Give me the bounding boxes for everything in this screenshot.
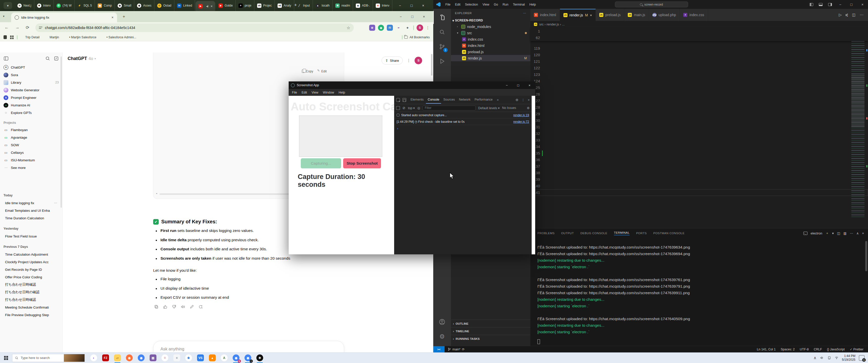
tree-item[interactable]: # index.css xyxy=(451,36,530,42)
minimap[interactable] xyxy=(851,41,865,218)
tab-search-chevron-icon[interactable]: ▾ xyxy=(3,14,4,18)
menu-item[interactable]: Run xyxy=(500,3,511,6)
menu-item[interactable]: Selection xyxy=(463,3,480,6)
workspace-root[interactable]: ▾ SCREEN-RECORD xyxy=(451,18,530,24)
history-entry[interactable]: Previous 7 Days xyxy=(0,240,62,251)
panel-tab[interactable]: POSTMAN CONSOLE xyxy=(653,232,685,235)
split-terminal-icon[interactable]: ◫ xyxy=(837,231,840,235)
taskbar-clock[interactable]: 1:44 PM 5/19/2025 xyxy=(842,354,856,362)
close-button[interactable]: × xyxy=(857,2,868,6)
explorer-actions-icon[interactable]: ⋯ xyxy=(523,11,527,15)
context-selector[interactable]: top ▾ xyxy=(408,106,415,110)
kill-terminal-icon[interactable]: ▥ xyxy=(843,231,846,235)
editor-tab[interactable]: JS main.js xyxy=(624,9,649,21)
issues-counter[interactable]: No Issues xyxy=(502,106,516,110)
terminal-scrollbar[interactable] xyxy=(865,241,867,271)
breadcrumb[interactable]: JS src › render.js › ... xyxy=(534,21,565,28)
thumbs-down-icon[interactable] xyxy=(172,304,176,309)
stop-screenshot-button[interactable]: Stop Screenshot xyxy=(343,158,381,168)
source-control-icon[interactable]: 1 xyxy=(433,40,451,53)
history-entry[interactable]: Flow Test Field Issue xyxy=(2,232,60,240)
more-tabs-icon[interactable]: » xyxy=(497,98,499,102)
minimize-button[interactable]: − xyxy=(501,81,513,89)
browser-tab[interactable]: ◈ ADB-. xyxy=(353,0,373,11)
tree-item[interactable]: › node_modules xyxy=(451,24,530,30)
taskbar-app-icon[interactable]: ◉ S xyxy=(230,353,242,363)
extension-icon[interactable]: ✒ xyxy=(396,25,402,31)
active-tab[interactable]: Idle time logging fix × xyxy=(11,12,117,22)
browser-tab[interactable]: ✦ proje xyxy=(236,0,254,11)
history-entry[interactable]: Time Calculation Adjustment xyxy=(2,251,60,258)
taskbar-app-icon[interactable]: FZ xyxy=(100,353,112,363)
code-view[interactable]: 119 120 121 122 xyxy=(530,45,868,196)
status-item[interactable]: Spaces: 2 xyxy=(781,348,795,351)
capturing-button[interactable]: Capturing... xyxy=(301,158,341,168)
model-selector[interactable]: ChatGPT 4o ▾ xyxy=(68,56,96,61)
search-highlight-image[interactable] xyxy=(64,354,85,362)
profile-chevron-icon[interactable]: ▾ xyxy=(832,231,834,235)
composer-placeholder[interactable]: Ask anything xyxy=(160,346,184,352)
devtools-tab[interactable]: Sources xyxy=(441,96,457,104)
browser-tab[interactable]: ▶ Golde xyxy=(216,0,236,11)
new-chat-icon[interactable] xyxy=(54,56,59,61)
browser-tab[interactable]: ▦ Comp xyxy=(95,0,115,11)
all-bookmarks-button[interactable]: All Bookmarks xyxy=(402,35,430,39)
page-scrollbar[interactable] xyxy=(431,54,433,76)
account-icon[interactable] xyxy=(433,316,451,328)
sidebar-nav-item[interactable]: ChatGPT xyxy=(0,64,62,71)
history-entry[interactable]: Today xyxy=(0,189,62,199)
browser-tab[interactable]: O Ostad xyxy=(154,0,174,11)
taskbar-app-icon[interactable]: ≡ xyxy=(171,353,183,363)
apps-grid-icon[interactable] xyxy=(10,36,13,39)
menu-item[interactable]: View xyxy=(480,3,492,6)
maximize-button[interactable]: □ xyxy=(513,81,524,89)
devtools-tab[interactable]: Elements xyxy=(409,96,426,104)
toggle-panel-icon[interactable] xyxy=(819,3,823,6)
editor-tab[interactable]: JS render.js M × xyxy=(560,9,596,21)
extension-icon[interactable]: FI xyxy=(387,25,393,31)
history-entry[interactable]: Clockify Project Updates Acc xyxy=(2,258,60,266)
status-item[interactable]: ✓ Prettier xyxy=(850,348,864,351)
console-prompt[interactable]: › xyxy=(394,125,532,132)
history-entry[interactable]: Email Templates and UI Enha xyxy=(2,207,60,214)
history-entry[interactable]: 打ち合わせ日時の確認 xyxy=(2,288,60,296)
log-levels-dropdown[interactable]: Default levels ▾ xyxy=(478,106,500,110)
history-entry[interactable]: 打ち合わせ日時確認 xyxy=(2,296,60,303)
menu-item[interactable]: File xyxy=(443,3,453,6)
side-panel-icon[interactable] xyxy=(3,35,7,39)
taskbar-app-icon[interactable]: ⁘ xyxy=(159,353,171,363)
bookmark-item[interactable]: • Martjin Salesforce xyxy=(65,36,96,39)
split-editor-icon[interactable]: ◫ xyxy=(852,12,856,17)
minimize-button[interactable]: − xyxy=(835,2,846,6)
taskbar-app-icon[interactable]: ◉ ● xyxy=(242,353,254,363)
run-debug-icon[interactable] xyxy=(433,55,451,68)
search-icon[interactable] xyxy=(433,26,451,39)
copy-code-button[interactable]: Copy xyxy=(302,69,313,73)
devtools-tab[interactable]: Performance xyxy=(473,96,495,104)
browser-tab[interactable]: in Linked xyxy=(174,0,195,11)
explorer-icon[interactable] xyxy=(433,11,451,24)
history-entry[interactable]: Time Duration Calculation xyxy=(2,214,60,222)
devtools-tab[interactable]: Network xyxy=(457,96,472,104)
extension-icon[interactable]: ✿ xyxy=(369,25,375,31)
url-text[interactable]: chatgpt.com/c/682adbda-f834-800f-af6c-04… xyxy=(45,26,135,30)
read-aloud-icon[interactable] xyxy=(181,304,185,309)
browser-tab[interactable]: ✻ Interv xyxy=(34,0,54,11)
git-branch-indicator[interactable]: main* ⟳ xyxy=(447,348,465,351)
editor-tab[interactable]: # index.css xyxy=(680,9,708,21)
sidebar-nav-item[interactable]: Explore GPTs xyxy=(0,109,62,117)
maximize-panel-icon[interactable]: ∧ xyxy=(857,231,859,235)
taskbar-app-icon[interactable]: ◉ xyxy=(135,353,147,363)
project-item[interactable]: See more xyxy=(0,164,62,171)
panel-tab[interactable]: DEBUG CONSOLE xyxy=(580,232,607,235)
editor-tab[interactable]: 5 index.html xyxy=(530,9,560,21)
browser-tab[interactable]: ◍ Small xyxy=(115,0,134,11)
browser-tab[interactable]: ✆ (74) W xyxy=(54,0,75,11)
taskbar-app-icon[interactable]: ▲ xyxy=(207,353,218,363)
devtools-tab[interactable]: Console xyxy=(426,96,441,104)
sidebar-scrollbar[interactable] xyxy=(61,57,62,208)
maximize-button[interactable]: □ xyxy=(406,11,418,22)
close-devtools-icon[interactable]: × xyxy=(528,98,530,102)
tab-audio-icon[interactable]: ◂) xyxy=(206,5,208,7)
device-icon[interactable] xyxy=(827,356,831,360)
